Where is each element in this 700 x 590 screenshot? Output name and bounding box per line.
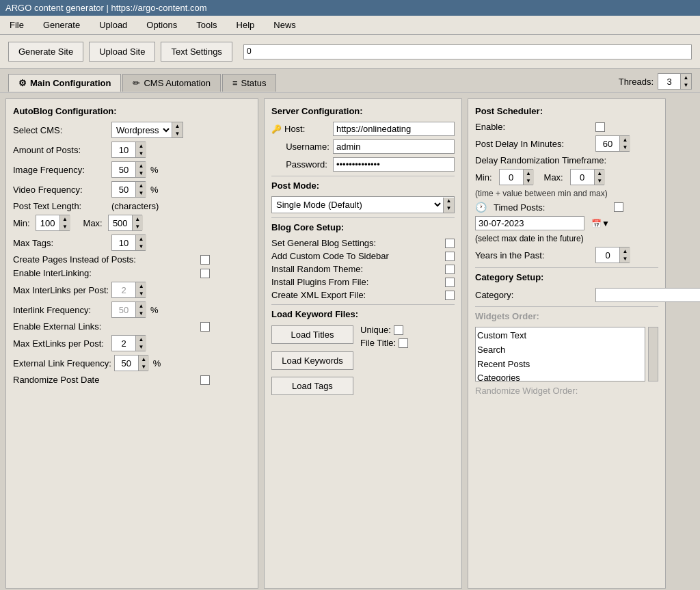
- max-tags-input[interactable]: 10: [112, 238, 135, 248]
- interlinks-down[interactable]: ▼: [135, 290, 146, 297]
- cms-down[interactable]: ▼: [172, 130, 183, 137]
- load-tags-button[interactable]: Load Tags: [271, 377, 353, 395]
- enable-external-checkbox[interactable]: [200, 322, 210, 332]
- threads-up-button[interactable]: ▲: [680, 74, 691, 81]
- widget-item-2[interactable]: Recent Posts: [477, 358, 643, 372]
- pm-down[interactable]: ▼: [443, 205, 454, 213]
- ifreq-down[interactable]: ▼: [135, 310, 146, 317]
- menu-file[interactable]: File: [5, 18, 28, 31]
- years-past-input-wrap[interactable]: 0 ▲ ▼: [595, 247, 630, 263]
- create-pages-checkbox[interactable]: [200, 255, 210, 265]
- generate-site-button[interactable]: Generate Site: [8, 42, 83, 62]
- cms-select-wrap[interactable]: Wordpress ▲ ▼: [111, 122, 183, 138]
- delay-max-wrap[interactable]: 0 ▲ ▼: [570, 169, 604, 185]
- yp-down[interactable]: ▼: [619, 255, 630, 263]
- timed-posts-checkbox[interactable]: [614, 202, 623, 212]
- amount-posts-input[interactable]: 10: [112, 145, 135, 155]
- threads-down-button[interactable]: ▼: [680, 81, 691, 89]
- efreq-down[interactable]: ▼: [138, 363, 149, 371]
- dmax-up[interactable]: ▲: [594, 170, 605, 177]
- post-delay-input[interactable]: 60: [596, 139, 619, 149]
- max-interlinks-input-wrap[interactable]: 2 ▲ ▼: [111, 282, 146, 298]
- unique-checkbox[interactable]: [394, 325, 403, 335]
- dmax-down[interactable]: ▼: [594, 177, 605, 185]
- max-input-wrap[interactable]: 500 ▲ ▼: [108, 215, 142, 231]
- widgets-list[interactable]: Custom Text Search Recent Posts Categori…: [475, 327, 645, 381]
- pd-up[interactable]: ▲: [619, 136, 630, 144]
- text-settings-button[interactable]: Text Settings: [161, 42, 232, 62]
- video-freq-input[interactable]: 50: [112, 185, 135, 195]
- delay-min-input[interactable]: 0: [500, 172, 523, 183]
- max-interlinks-input[interactable]: 2: [112, 285, 135, 295]
- max-up[interactable]: ▲: [132, 215, 143, 223]
- tab-cms-automation[interactable]: ✏ CMS Automation: [122, 74, 221, 92]
- delay-max-input[interactable]: 0: [571, 172, 594, 183]
- max-extlinks-input[interactable]: 2: [112, 338, 135, 349]
- dmin-down[interactable]: ▼: [523, 177, 534, 185]
- tags-up[interactable]: ▲: [135, 235, 146, 243]
- min-up[interactable]: ▲: [59, 215, 70, 223]
- extlinks-up[interactable]: ▲: [135, 336, 146, 343]
- interlink-freq-input[interactable]: 50: [112, 305, 135, 315]
- post-delay-input-wrap[interactable]: 60 ▲ ▼: [595, 135, 630, 152]
- extlinks-down[interactable]: ▼: [135, 343, 146, 351]
- date-input[interactable]: 30-07-2023: [475, 216, 584, 230]
- interlink-freq-input-wrap[interactable]: 50 ▲ ▼: [111, 301, 146, 318]
- threads-spinner[interactable]: 3 ▲ ▼: [658, 73, 692, 90]
- username-input[interactable]: admin: [333, 139, 455, 154]
- menu-upload[interactable]: Upload: [95, 18, 131, 31]
- amount-up[interactable]: ▲: [135, 142, 146, 150]
- max-down[interactable]: ▼: [132, 223, 143, 230]
- load-titles-button[interactable]: Load Titles: [271, 325, 353, 344]
- min-down[interactable]: ▼: [59, 223, 70, 230]
- menu-help[interactable]: Help: [232, 18, 259, 31]
- amount-down[interactable]: ▼: [135, 150, 146, 157]
- menu-generate[interactable]: Generate: [39, 18, 84, 31]
- interlinks-up[interactable]: ▲: [135, 282, 146, 290]
- max-tags-input-wrap[interactable]: 10 ▲ ▼: [111, 234, 146, 251]
- tab-main-configuration[interactable]: ⚙ Main Configuration: [8, 74, 121, 92]
- efreq-up[interactable]: ▲: [138, 356, 149, 363]
- upload-site-button[interactable]: Upload Site: [89, 42, 155, 62]
- image-down[interactable]: ▼: [135, 170, 146, 177]
- ext-link-freq-input-wrap[interactable]: 50 ▲ ▼: [114, 355, 148, 371]
- post-mode-select[interactable]: Single Mode (Default): [272, 197, 443, 213]
- image-freq-input-wrap[interactable]: 50 ▲ ▼: [111, 161, 146, 178]
- pd-down[interactable]: ▼: [619, 144, 630, 151]
- image-up[interactable]: ▲: [135, 162, 146, 170]
- video-up[interactable]: ▲: [135, 182, 146, 189]
- min-input-wrap[interactable]: 100 ▲ ▼: [36, 215, 70, 231]
- tags-down[interactable]: ▼: [135, 243, 146, 250]
- widget-item-0[interactable]: Custom Text: [477, 329, 643, 343]
- create-xml-checkbox[interactable]: [445, 291, 455, 300]
- widget-item-1[interactable]: Search: [477, 343, 643, 358]
- set-general-checkbox[interactable]: [445, 239, 455, 248]
- menu-tools[interactable]: Tools: [192, 18, 221, 31]
- delay-min-wrap[interactable]: 0 ▲ ▼: [499, 169, 533, 185]
- menu-options[interactable]: Options: [142, 18, 181, 31]
- amount-posts-input-wrap[interactable]: 10 ▲ ▼: [111, 142, 146, 158]
- widget-item-3[interactable]: Categories: [477, 371, 643, 381]
- max-input[interactable]: 500: [109, 218, 132, 228]
- calendar-icon[interactable]: 📅▼: [591, 219, 610, 228]
- max-extlinks-input-wrap[interactable]: 2 ▲ ▼: [111, 335, 146, 351]
- video-freq-input-wrap[interactable]: 50 ▲ ▼: [111, 181, 146, 198]
- post-mode-wrap[interactable]: Single Mode (Default) ▲ ▼: [271, 196, 455, 213]
- install-plugins-checkbox[interactable]: [445, 278, 455, 287]
- install-random-checkbox[interactable]: [445, 265, 455, 274]
- add-custom-checkbox[interactable]: [445, 252, 455, 261]
- menu-news[interactable]: News: [269, 18, 300, 31]
- min-input[interactable]: 100: [36, 218, 59, 228]
- years-past-input[interactable]: 0: [596, 250, 619, 260]
- scheduler-enable-checkbox[interactable]: [595, 122, 605, 132]
- file-title-checkbox[interactable]: [399, 338, 408, 348]
- randomize-post-checkbox[interactable]: [200, 375, 210, 385]
- cms-up[interactable]: ▲: [172, 122, 183, 130]
- cms-select[interactable]: Wordpress: [112, 124, 172, 137]
- category-input[interactable]: [595, 288, 700, 302]
- pm-up[interactable]: ▲: [443, 198, 454, 205]
- widgets-scrollbar[interactable]: [648, 327, 658, 381]
- threads-input[interactable]: 3: [658, 77, 680, 87]
- tab-status[interactable]: ≡ Status: [222, 74, 276, 92]
- load-keywords-button[interactable]: Load Keywords: [271, 351, 353, 370]
